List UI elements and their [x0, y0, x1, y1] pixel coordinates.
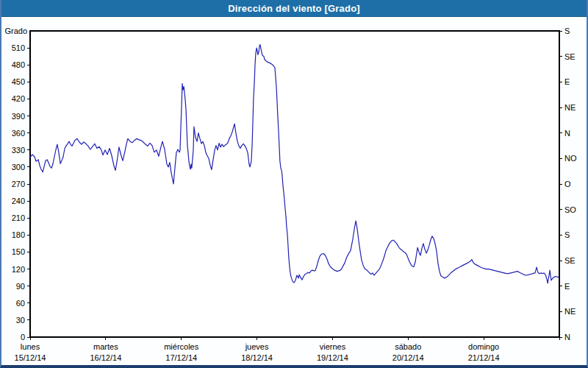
day-name-label: viernes: [320, 342, 346, 351]
compass-tick-label: O: [564, 180, 571, 188]
day-name-label: domingo: [468, 342, 499, 351]
compass-tick-label: S: [564, 230, 570, 239]
day-name-label: martes: [93, 342, 118, 351]
y-axis-tick-label: 330: [12, 146, 25, 155]
day-date-label: 19/12/14: [317, 353, 348, 362]
compass-tick-label: NE: [564, 307, 576, 316]
y-axis-tick-label: 210: [12, 213, 25, 222]
y-axis-tick-label: 300: [12, 163, 25, 171]
compass-tick-label: E: [564, 77, 570, 86]
plot-frame: [30, 31, 559, 337]
compass-tick-label: SO: [564, 205, 576, 214]
compass-tick-label: NO: [564, 154, 577, 163]
compass-tick-label: S: [564, 26, 570, 35]
y-axis-tick-label: 390: [12, 112, 25, 121]
y-axis-tick-label: 510: [12, 43, 25, 52]
day-date-label: 18/12/14: [241, 353, 273, 362]
y-axis-tick-label: 30: [16, 316, 25, 325]
y-axis-tick-label: 60: [16, 299, 25, 308]
compass-tick-label: N: [564, 129, 570, 138]
compass-tick-label: N: [564, 333, 570, 342]
day-name-label: sábado: [395, 342, 421, 351]
y-axis-tick-label: 480: [12, 60, 25, 69]
day-name-label: lunes: [21, 342, 40, 351]
day-date-label: 15/12/14: [15, 353, 46, 362]
compass-tick-label: SE: [564, 256, 576, 265]
compass-tick-label: NE: [564, 103, 576, 112]
y-axis-tick-label: 180: [12, 230, 25, 239]
day-date-label: 21/12/14: [468, 353, 500, 362]
day-name-label: miércoles: [164, 342, 199, 351]
y-axis-tick-label: 150: [12, 247, 25, 256]
y-axis-tick-label: 240: [12, 197, 25, 205]
day-name-label: jueves: [245, 342, 269, 351]
y-axis-tick-label: 90: [16, 282, 25, 291]
y-axis-tick-label: 120: [12, 265, 25, 274]
wind-direction-chart: 0306090120150180210240270300330360390420…: [1, 0, 588, 368]
compass-tick-label: SE: [564, 52, 576, 61]
y-axis-tick-label: 360: [12, 129, 25, 138]
day-date-label: 20/12/14: [392, 353, 424, 362]
plot-area: [30, 31, 559, 337]
y-axis-tick-label: 450: [12, 77, 25, 86]
wind-chart-panel: Dirección del viento [Grado] 03060901201…: [0, 0, 588, 368]
y-axis-tick-label: 0: [21, 333, 25, 342]
day-date-label: 16/12/14: [90, 353, 121, 362]
compass-tick-label: E: [564, 282, 570, 291]
day-date-label: 17/12/14: [165, 353, 197, 362]
y-axis-tick-label: 270: [12, 180, 25, 188]
y-axis-tick-label: 420: [12, 94, 25, 103]
y-axis-title: Grado: [4, 26, 27, 35]
